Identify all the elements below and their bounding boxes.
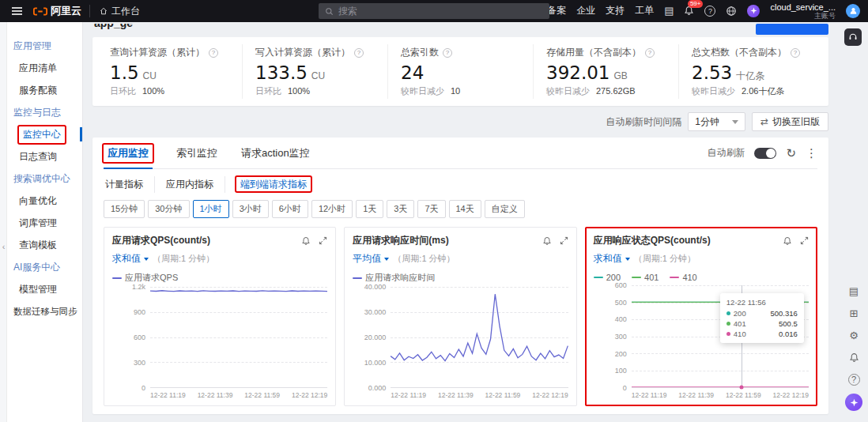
floating-toolbar xyxy=(845,283,862,422)
time-range-3d[interactable]: 3天 xyxy=(387,200,414,218)
chart-period: （周期:1 分钟） xyxy=(153,253,214,265)
subtab-in-app[interactable]: 应用内指标 xyxy=(155,176,225,193)
subtab-end-to-end[interactable]: 端到端请求指标 xyxy=(225,176,322,193)
x-tick-label: 12-22 11:19 xyxy=(150,391,186,399)
panel-collapse-icon[interactable] xyxy=(0,242,7,251)
tab-index-monitor[interactable]: 索引监控 xyxy=(176,138,217,168)
ai-assistant-button[interactable] xyxy=(845,394,862,411)
time-range-7d[interactable]: 7天 xyxy=(417,200,445,218)
chart-title: 应用请求响应时间(ms) xyxy=(353,234,448,247)
aggregation-select[interactable]: 求和值 xyxy=(112,252,149,266)
tooltip-time: 12-22 11:56 xyxy=(726,298,798,307)
time-range-14d[interactable]: 14天 xyxy=(449,200,481,218)
chart-card-status-qps: 应用响应状态QPS(count/s) 求和值 （周期:1 分钟） xyxy=(585,227,817,406)
workbench-link[interactable]: 工作台 xyxy=(89,5,140,17)
x-tick-label: 12-22 11:39 xyxy=(198,391,233,399)
subtab-metering[interactable]: 计量指标 xyxy=(104,176,155,193)
tab-app-monitor[interactable]: 应用监控 xyxy=(104,138,153,168)
plot: 0.00010.00020.00030.00040.000 12-22 11:1… xyxy=(353,287,568,399)
stat-query-compute: 查询计算资源（累计） 1.5CU 日环比100% xyxy=(97,44,242,99)
sidebar-item-monitor-center[interactable]: 监控中心 xyxy=(7,123,82,145)
aggregation-select[interactable]: 平均值 xyxy=(353,252,389,266)
legend-item[interactable]: 应用请求QPS xyxy=(112,272,178,284)
expand-rail-icon[interactable] xyxy=(852,417,855,422)
avatar[interactable] xyxy=(846,4,860,18)
legend-item[interactable]: 200 xyxy=(594,273,621,282)
switch-legacy-button[interactable]: 切换至旧版 xyxy=(752,112,828,131)
legend-item[interactable]: 401 xyxy=(632,273,659,282)
calculator-icon[interactable] xyxy=(846,305,862,321)
help-icon[interactable] xyxy=(443,48,452,58)
account-menu[interactable]: cloud_service_... 主账号 xyxy=(770,2,836,21)
help-icon[interactable] xyxy=(704,6,715,17)
alibaba-cloud-logo[interactable]: 阿里云 xyxy=(33,4,81,18)
account-name: cloud_service_... xyxy=(770,2,836,13)
nav-tickets[interactable]: 工单 xyxy=(635,4,654,17)
sidebar-item-model-management[interactable]: 模型管理 xyxy=(7,278,82,300)
alibaba-cloud-logo-icon xyxy=(33,7,47,16)
sidebar-item-service-quota[interactable]: 服务配额 xyxy=(7,79,82,101)
auto-refresh-toggle[interactable] xyxy=(754,148,776,159)
language-globe-icon[interactable] xyxy=(726,6,737,17)
x-axis: 12-22 11:1912-22 11:3912-22 11:5912-22 1… xyxy=(391,388,568,399)
notifications-bell-icon[interactable]: 59+ xyxy=(684,6,694,16)
legend-item[interactable]: 应用请求响应时间 xyxy=(353,272,435,284)
help-icon[interactable] xyxy=(645,48,655,58)
more-options-icon[interactable] xyxy=(806,146,817,160)
help-icon[interactable] xyxy=(846,371,862,387)
x-tick-label: 12-22 11:39 xyxy=(678,391,714,399)
alarm-bell-icon[interactable] xyxy=(542,236,552,246)
sidebar-item-dictionary[interactable]: 词库管理 xyxy=(7,212,82,234)
time-range-30m[interactable]: 30分钟 xyxy=(148,200,189,218)
help-icon[interactable] xyxy=(209,48,218,58)
expand-icon[interactable] xyxy=(319,236,327,245)
stat-index-count: 总索引数 24 较昨日减少10 xyxy=(387,44,533,99)
x-tick-label: 12-22 11:59 xyxy=(726,391,761,399)
time-range-custom[interactable]: 自定义 xyxy=(485,200,525,218)
chart-title: 应用请求QPS(count/s) xyxy=(112,234,210,247)
chart-canvas[interactable]: 12-22 11:56 200500.316401500.54100.016 xyxy=(632,285,809,388)
time-range-1d[interactable]: 1天 xyxy=(356,200,383,218)
report-icon[interactable] xyxy=(846,283,862,299)
legend-item[interactable]: 410 xyxy=(670,273,696,282)
expand-icon[interactable] xyxy=(560,236,568,245)
search-input[interactable] xyxy=(338,6,543,17)
time-range-15m[interactable]: 15分钟 xyxy=(104,200,145,218)
time-range-1h[interactable]: 1小时 xyxy=(193,200,229,218)
tab-request-action-monitor[interactable]: 请求action监控 xyxy=(241,138,310,168)
help-icon[interactable] xyxy=(354,48,364,58)
time-range-12h[interactable]: 12小时 xyxy=(311,200,353,218)
hamburger-menu-icon[interactable] xyxy=(8,5,25,17)
sidebar-item-query-template[interactable]: 查询模板 xyxy=(7,234,82,256)
settings-icon[interactable] xyxy=(846,327,862,343)
nav-icp[interactable]: 备案 xyxy=(547,4,566,17)
aggregation-select[interactable]: 求和值 xyxy=(594,252,630,266)
alarm-bell-icon[interactable] xyxy=(783,236,792,246)
notification-badge: 59+ xyxy=(688,0,704,8)
sidebar-item-log-query[interactable]: 日志查询 xyxy=(7,145,82,168)
time-range-3h[interactable]: 3小时 xyxy=(232,200,269,218)
docs-icon[interactable] xyxy=(664,5,674,17)
refresh-icon[interactable] xyxy=(786,146,796,160)
time-range-6h[interactable]: 6小时 xyxy=(272,200,308,218)
chart-canvas[interactable] xyxy=(150,287,327,388)
y-tick-label: 500 xyxy=(615,299,627,307)
global-search[interactable] xyxy=(319,3,549,19)
help-icon[interactable] xyxy=(791,48,800,58)
refresh-interval-select[interactable]: 1分钟 xyxy=(688,112,745,131)
chart-legend: 应用请求响应时间 xyxy=(353,272,568,284)
bell-icon[interactable] xyxy=(846,349,862,365)
sidebar-item-vector-optimize[interactable]: 向量优化 xyxy=(7,190,82,212)
expand-icon[interactable] xyxy=(800,236,809,245)
x-tick-label: 12-22 11:19 xyxy=(632,391,667,399)
nav-enterprise[interactable]: 企业 xyxy=(576,4,595,17)
sidebar-item-data-migration[interactable]: 数据迁移与同步 xyxy=(7,300,82,322)
header-primary-button-clipped[interactable] xyxy=(756,24,828,35)
ai-feature-icon[interactable] xyxy=(747,5,760,17)
y-tick-label: 0 xyxy=(623,384,627,392)
sidebar-item-app-list[interactable]: 应用清单 xyxy=(7,57,82,79)
alarm-bell-icon[interactable] xyxy=(301,236,311,246)
feedback-widget-icon[interactable] xyxy=(844,28,862,46)
chart-canvas[interactable] xyxy=(391,287,568,388)
nav-support[interactable]: 支持 xyxy=(606,4,625,17)
